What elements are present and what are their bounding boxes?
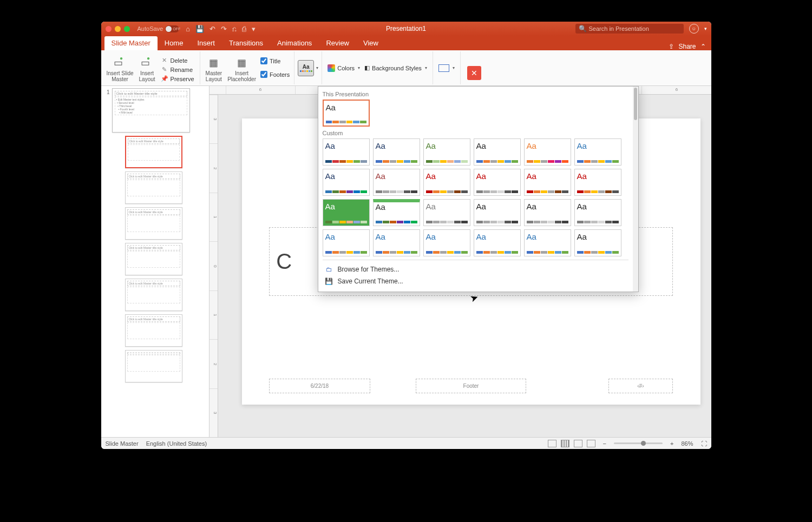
slideshow-view-button[interactable] — [587, 440, 595, 447]
master-layout-button[interactable]: ▦ Master Layout — [204, 56, 225, 83]
zoom-percentage[interactable]: 86% — [681, 440, 693, 447]
theme-swatch[interactable]: Aa — [373, 229, 420, 256]
theme-swatch[interactable]: Aa — [574, 199, 621, 226]
qat-more-icon[interactable]: ▾ — [252, 25, 256, 33]
theme-swatch[interactable]: Aa — [524, 138, 571, 166]
theme-swatch[interactable]: Aa — [323, 138, 370, 166]
theme-swatch[interactable]: Aa — [323, 100, 370, 127]
feedback-caret-icon[interactable]: ▾ — [704, 26, 707, 31]
quick-access-toolbar: ⌂ 💾 ↶ ↷ ⎌ ⎙ ▾ — [186, 25, 256, 33]
master-thumbnail[interactable]: Click to edit Master title style • Edit … — [112, 88, 190, 133]
zoom-in-button[interactable]: + — [670, 440, 673, 447]
feedback-icon[interactable]: ☺ — [689, 24, 699, 34]
insert-slide-master-button[interactable]: ▭● Insert Slide Master — [104, 56, 136, 83]
search-box[interactable]: 🔍 — [575, 24, 684, 34]
redo-icon[interactable]: ↷ — [221, 25, 227, 33]
slide-canvas-area: 6420246 3210123 C 6/22/18 Footer ‹#› Thi… — [209, 86, 711, 437]
status-view-mode: Slide Master — [106, 440, 139, 447]
normal-view-button[interactable] — [548, 440, 556, 447]
save-icon[interactable]: 💾 — [195, 25, 204, 33]
theme-swatch[interactable]: Aa — [474, 199, 521, 226]
theme-swatch[interactable]: Aa — [323, 229, 370, 256]
tab-view[interactable]: View — [356, 36, 385, 50]
theme-swatch[interactable]: Aa — [574, 138, 621, 166]
title-checkbox[interactable]: Title — [259, 56, 291, 65]
footer-placeholder[interactable]: Footer — [416, 379, 526, 393]
fit-to-window-button[interactable]: ⛶ — [701, 440, 707, 447]
autosave-toggle[interactable]: AutoSave OFF — [137, 25, 180, 32]
insert-placeholder-button[interactable]: ▦ Insert Placeholder — [225, 56, 258, 83]
tab-animations[interactable]: Animations — [270, 36, 319, 50]
undo-icon[interactable]: ↶ — [209, 25, 215, 33]
theme-swatch[interactable]: Aa — [574, 229, 621, 256]
theme-swatch[interactable]: Aa — [524, 199, 571, 226]
zoom-out-button[interactable]: − — [603, 440, 606, 447]
workspace: 1 Click to edit Master title style • Edi… — [101, 86, 711, 437]
browse-themes-button[interactable]: 🗀 Browse for Themes... — [323, 263, 628, 275]
zoom-slider[interactable] — [614, 442, 663, 444]
insert-layout-button[interactable]: ▭● Insert Layout — [137, 56, 158, 83]
print-icon[interactable]: ⎙ — [242, 25, 246, 33]
themes-dropdown-button[interactable]: Aa — [298, 60, 314, 76]
preserve-icon: 📌 — [161, 75, 168, 82]
master-number: 1 — [103, 89, 110, 95]
theme-swatch[interactable]: Aa — [373, 199, 420, 226]
slide-number-placeholder[interactable]: ‹#› — [608, 379, 673, 393]
search-input[interactable] — [589, 25, 680, 32]
theme-swatch[interactable]: Aa — [323, 169, 370, 196]
master-layout-icon: ▦ — [206, 57, 221, 69]
slide-size-icon — [438, 64, 449, 72]
gallery-section-this: This Presentation — [323, 91, 628, 97]
theme-swatch[interactable]: Aa — [373, 169, 420, 196]
tab-slide-master[interactable]: Slide Master — [104, 36, 158, 50]
theme-swatch[interactable]: Aa — [574, 169, 621, 196]
close-window-button[interactable] — [106, 26, 112, 32]
tab-transitions[interactable]: Transitions — [222, 36, 270, 50]
gallery-scrollbar[interactable] — [633, 87, 638, 292]
theme-swatch[interactable]: Aa — [524, 229, 571, 256]
theme-swatch[interactable]: Aa — [323, 199, 370, 226]
slide-thumbnails-panel[interactable]: 1 Click to edit Master title style • Edi… — [101, 86, 209, 437]
layout-thumbnail[interactable]: Click to edit Master title style — [125, 314, 182, 347]
collapse-ribbon-icon[interactable]: ⌃ — [700, 43, 706, 50]
home-icon[interactable]: ⌂ — [186, 25, 190, 33]
layout-thumbnail[interactable]: Click to edit Master title style — [125, 243, 182, 275]
theme-swatch[interactable]: Aa — [474, 138, 521, 166]
minimize-window-button[interactable] — [115, 26, 121, 32]
tab-review[interactable]: Review — [319, 36, 356, 50]
theme-swatch[interactable]: Aa — [474, 169, 521, 196]
save-current-theme-button[interactable]: 💾 Save Current Theme... — [323, 275, 628, 287]
rename-button[interactable]: ✎Rename — [159, 65, 197, 74]
preserve-button[interactable]: 📌Preserve — [159, 75, 197, 83]
layout-thumbnail[interactable]: Click to edit Master title style — [125, 171, 182, 204]
reading-view-button[interactable] — [574, 440, 582, 447]
layout-thumbnail[interactable]: Click to edit Master title style — [125, 207, 182, 240]
date-placeholder[interactable]: 6/22/18 — [269, 379, 370, 393]
delete-icon: ✕ — [161, 57, 168, 64]
theme-swatch[interactable]: Aa — [423, 229, 470, 256]
theme-swatch[interactable]: Aa — [373, 138, 420, 166]
background-styles-dropdown[interactable]: ◧ Background Styles▾ — [362, 63, 429, 72]
titlebar: AutoSave OFF ⌂ 💾 ↶ ↷ ⎌ ⎙ ▾ Presentation1… — [101, 22, 711, 36]
sorter-view-button[interactable] — [561, 440, 569, 447]
close-master-view-button[interactable]: ✕ — [467, 66, 481, 80]
footers-checkbox[interactable]: Footers — [259, 70, 291, 79]
maximize-window-button[interactable] — [124, 26, 130, 32]
themes-caret-icon[interactable]: ▾ — [316, 65, 318, 70]
theme-swatch[interactable]: Aa — [474, 229, 521, 256]
share-button[interactable]: Share — [678, 43, 696, 50]
slide-size-button[interactable]: ▾ — [436, 63, 457, 73]
delete-button[interactable]: ✕Delete — [159, 56, 197, 64]
repeat-icon[interactable]: ⎌ — [232, 25, 237, 33]
theme-swatch[interactable]: Aa — [423, 138, 470, 166]
tab-insert[interactable]: Insert — [190, 36, 222, 50]
layout-thumbnail[interactable] — [125, 350, 182, 382]
theme-swatch[interactable]: Aa — [423, 199, 470, 226]
tab-home[interactable]: Home — [158, 36, 191, 50]
theme-swatch[interactable]: Aa — [524, 169, 571, 196]
status-language[interactable]: English (United States) — [146, 440, 207, 447]
layout-thumbnail[interactable]: Click to edit Master title style — [125, 136, 182, 168]
theme-swatch[interactable]: Aa — [423, 169, 470, 196]
layout-thumbnail[interactable]: Click to edit Master title style — [125, 279, 182, 311]
colors-dropdown[interactable]: Colors▾ — [325, 63, 362, 73]
